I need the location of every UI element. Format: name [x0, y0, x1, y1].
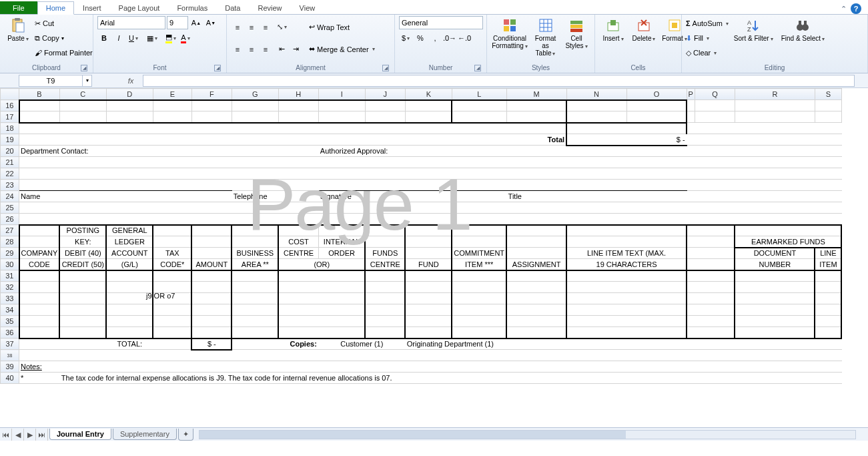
row-header[interactable]: 37	[1, 338, 19, 350]
row-header[interactable]: 35	[1, 316, 19, 327]
font-dialog-launcher[interactable]: ◢	[214, 65, 221, 71]
row-header[interactable]: 36	[1, 327, 19, 338]
number-dialog-launcher[interactable]: ◢	[474, 65, 481, 71]
row-header[interactable]: 27	[1, 225, 19, 236]
autosum-button[interactable]: Σ AutoSum	[686, 16, 729, 31]
cut-button[interactable]: ✂Cut	[35, 16, 93, 31]
col-header[interactable]: E	[153, 89, 191, 100]
col-header[interactable]: B	[19, 89, 60, 100]
row-header[interactable]: 18	[1, 123, 19, 134]
grow-font-button[interactable]: A▲	[189, 16, 203, 29]
tab-view[interactable]: View	[291, 1, 324, 14]
align-bottom-button[interactable]: ≡	[259, 21, 272, 34]
col-header[interactable]: I	[318, 89, 365, 100]
increase-decimal-button[interactable]: .0→	[443, 31, 456, 45]
col-header[interactable]: Q	[695, 89, 735, 100]
col-header[interactable]: F	[191, 89, 232, 100]
comma-button[interactable]: ,	[428, 31, 442, 45]
clear-button[interactable]: ◇ Clear	[686, 45, 729, 60]
tab-formulas[interactable]: Formulas	[168, 1, 216, 14]
minimize-ribbon-icon[interactable]: ⌃	[841, 5, 847, 13]
row-header[interactable]: 23	[1, 180, 19, 191]
row-header[interactable]: 21	[1, 157, 19, 168]
copy-button[interactable]: ⧉Copy▾	[35, 31, 93, 45]
merge-center-button[interactable]: ⬌Merge & Center	[309, 42, 375, 57]
col-header[interactable]: M	[506, 89, 566, 100]
sort-filter-button[interactable]: AZSort & Filter	[731, 16, 776, 44]
row-header[interactable]: 31	[1, 270, 19, 282]
tab-data[interactable]: Data	[216, 1, 249, 14]
total-value[interactable]: $ -	[566, 134, 687, 146]
row-header[interactable]: 28	[1, 236, 19, 248]
sheet-nav-next[interactable]: ▶	[24, 429, 36, 441]
font-size-select[interactable]	[167, 16, 188, 29]
wrap-text-button[interactable]: ↩Wrap Text	[309, 20, 375, 35]
insert-cells-button[interactable]: Insert	[599, 16, 627, 44]
horizontal-scrollbar[interactable]	[199, 430, 856, 439]
fill-color-button[interactable]: ⬒	[164, 31, 177, 45]
delete-cells-button[interactable]: Delete	[630, 16, 658, 44]
row-header[interactable]: 33	[1, 293, 19, 304]
col-header[interactable]: N	[566, 89, 626, 100]
row-header[interactable]: 24	[1, 191, 19, 202]
row-header[interactable]: 22	[1, 168, 19, 180]
accounting-format-button[interactable]: $	[399, 31, 412, 45]
alignment-dialog-launcher[interactable]: ◢	[382, 65, 389, 71]
new-sheet-button[interactable]: ✦	[178, 429, 193, 441]
row-header[interactable]: 25	[1, 202, 19, 214]
col-header[interactable]: G	[232, 89, 278, 100]
col-header[interactable]: D	[106, 89, 153, 100]
col-header[interactable]: H	[278, 89, 318, 100]
total-footer-value[interactable]: $ -	[191, 338, 232, 350]
col-header[interactable]: C	[59, 89, 106, 100]
name-box-dropdown[interactable]: ▾	[83, 75, 92, 87]
find-select-button[interactable]: Find & Select	[779, 16, 827, 44]
row-header[interactable]: 32	[1, 282, 19, 293]
select-all-corner[interactable]	[1, 89, 19, 100]
col-header[interactable]: S	[815, 89, 841, 100]
tab-pagelayout[interactable]: Page Layout	[110, 1, 169, 14]
row-header[interactable]: 34	[1, 304, 19, 316]
formula-input[interactable]	[143, 75, 855, 87]
row-header[interactable]: 17	[1, 111, 19, 123]
row-header[interactable]: 29	[1, 248, 19, 259]
align-right-button[interactable]: ≡	[259, 43, 272, 56]
row-header[interactable]: 19	[1, 134, 19, 146]
tab-file[interactable]: File	[0, 1, 37, 14]
underline-button[interactable]: U	[127, 31, 140, 45]
fill-button[interactable]: ⬇ Fill	[686, 31, 729, 45]
sheet-nav-first[interactable]: ⏮	[0, 429, 12, 441]
row-header[interactable]: 39	[1, 361, 19, 373]
col-header[interactable]: L	[452, 89, 506, 100]
shrink-font-button[interactable]: A▼	[204, 16, 218, 29]
col-header[interactable]: P	[687, 89, 695, 100]
col-header[interactable]: O	[626, 89, 687, 100]
font-color-button[interactable]: A	[179, 31, 192, 45]
row-header[interactable]: 26	[1, 214, 19, 225]
number-format-select[interactable]	[399, 16, 483, 29]
paste-button[interactable]: Paste	[4, 16, 32, 44]
row-header[interactable]: 20	[1, 146, 19, 157]
align-middle-button[interactable]: ≡	[245, 21, 258, 34]
sheet-nav-last[interactable]: ⏭	[36, 429, 48, 441]
decrease-indent-button[interactable]: ⇤	[275, 43, 288, 56]
conditional-formatting-button[interactable]: Conditional Formatting	[491, 16, 528, 51]
row-header[interactable]: 30	[1, 259, 19, 270]
col-header[interactable]: K	[405, 89, 452, 100]
name-box[interactable]	[19, 75, 83, 87]
align-top-button[interactable]: ≡	[231, 21, 244, 34]
font-family-select[interactable]	[97, 16, 165, 29]
sheet-tab-supplementary[interactable]: Supplementary	[113, 429, 177, 440]
spreadsheet-grid[interactable]: B C D E F G H I J K L M N O P Q R S 16 1…	[0, 88, 842, 384]
border-button[interactable]: ▦	[145, 31, 159, 45]
col-header[interactable]: J	[365, 89, 405, 100]
increase-indent-button[interactable]: ⇥	[289, 43, 302, 56]
row-header[interactable]: 40	[1, 373, 19, 384]
format-painter-button[interactable]: 🖌Format Painter	[35, 45, 93, 60]
percent-button[interactable]: %	[414, 31, 427, 45]
col-header[interactable]: R	[735, 89, 815, 100]
help-icon[interactable]: ?	[851, 3, 861, 14]
orientation-button[interactable]: ⤡	[275, 21, 288, 34]
italic-button[interactable]: I	[112, 31, 125, 45]
align-left-button[interactable]: ≡	[231, 43, 244, 56]
